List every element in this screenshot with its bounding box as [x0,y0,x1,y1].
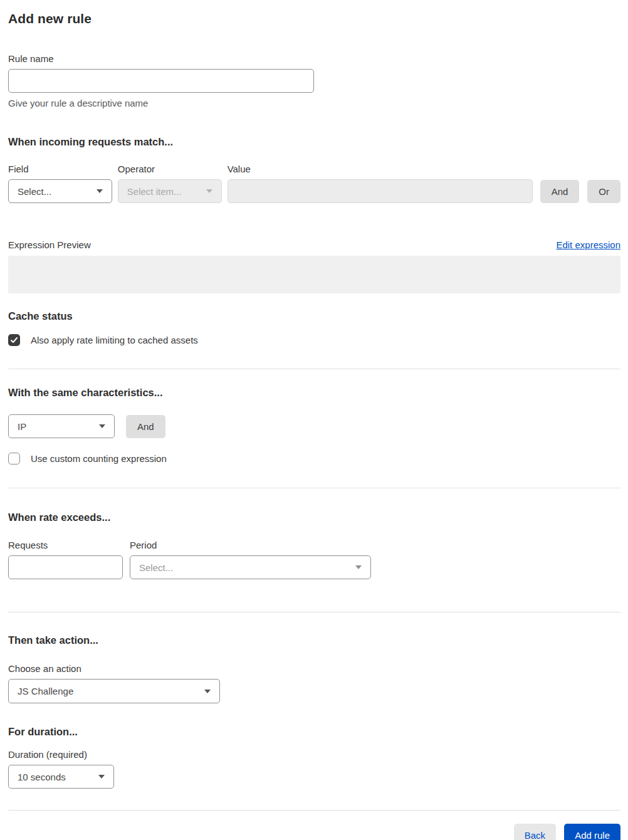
period-label: Period [130,540,371,550]
action-heading: Then take action... [8,634,620,646]
and-button[interactable]: And [540,180,580,203]
divider [8,810,620,811]
rule-name-helper: Give your rule a descriptive name [8,98,620,108]
requests-input[interactable] [8,555,123,579]
divider [8,488,620,488]
match-value-group: Value [228,164,533,203]
characteristic-select[interactable]: IP [8,414,115,438]
rule-name-input[interactable] [8,69,314,93]
match-field-group: Field Select... [8,164,112,203]
edit-expression-link[interactable]: Edit expression [556,239,620,250]
match-operator-group: Operator Select item... [118,164,222,203]
divider [8,612,620,612]
cache-status-heading: Cache status [8,310,620,322]
field-select-value: Select... [18,186,51,197]
field-select[interactable]: Select... [8,179,112,203]
add-rule-form: Add new rule Rule name Give your rule a … [0,0,628,840]
page-title: Add new rule [8,11,620,26]
characteristics-heading: With the same characteristics... [8,387,620,399]
chevron-down-icon [99,424,105,428]
add-rule-button[interactable]: Add rule [564,824,620,840]
rate-heading: When rate exceeds... [8,512,620,523]
duration-heading: For duration... [8,726,620,738]
characteristic-select-value: IP [18,421,26,432]
rule-name-group: Rule name Give your rule a descriptive n… [8,53,620,108]
period-select[interactable]: Select... [130,555,371,579]
chevron-down-icon [204,690,211,693]
action-select-value: JS Challenge [18,686,73,696]
match-connectors: And Or [540,164,620,203]
field-label: Field [8,164,112,174]
requests-label: Requests [8,540,123,550]
period-select-value: Select... [139,562,173,573]
divider [8,369,620,369]
cached-assets-label: Also apply rate limiting to cached asset… [31,335,198,345]
rule-name-label: Rule name [8,53,620,64]
duration-label: Duration (required) [8,749,620,760]
characteristic-and-button[interactable]: And [126,415,165,438]
custom-counting-checkbox[interactable] [8,453,20,465]
action-select[interactable]: JS Challenge [8,679,220,703]
back-button[interactable]: Back [514,824,556,840]
footer-actions: Back Add rule [8,824,620,840]
expression-preview-box [8,256,620,293]
chevron-down-icon [206,189,212,193]
period-group: Period Select... [130,540,371,579]
expression-preview-label: Expression Preview [8,239,91,250]
custom-counting-label: Use custom counting expression [31,453,167,464]
or-button[interactable]: Or [587,180,620,203]
duration-select[interactable]: 10 seconds [8,765,114,789]
chevron-down-icon [98,775,105,779]
checkmark-icon [10,336,18,344]
duration-select-value: 10 seconds [18,772,66,782]
value-input [228,179,533,203]
action-label: Choose an action [8,663,620,674]
operator-label: Operator [118,164,222,174]
operator-select: Select item... [118,179,222,203]
chevron-down-icon [355,565,362,569]
value-label: Value [228,164,533,174]
requests-group: Requests [8,540,123,579]
cached-assets-checkbox[interactable] [8,334,20,346]
match-section-heading: When incoming requests match... [8,136,620,148]
chevron-down-icon [97,189,103,193]
operator-select-value: Select item... [127,186,182,197]
